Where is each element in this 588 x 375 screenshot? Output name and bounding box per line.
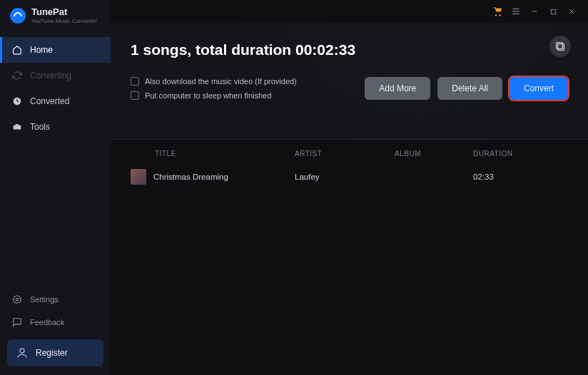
sidebar-item-label: Feedback [30,318,64,327]
delete-all-button[interactable]: Delete All [437,77,502,100]
menu-icon[interactable] [510,5,522,18]
register-button[interactable]: Register [7,339,103,366]
titlebar [111,0,588,23]
cart-icon[interactable] [491,5,504,18]
sidebar-item-home[interactable]: Home [0,37,111,63]
gear-icon [11,294,23,305]
track-title: Christmas Dreaming [153,173,228,181]
svg-point-3 [16,298,19,301]
table-row[interactable]: Christmas Dreaming Laufey 02:33 [111,165,588,189]
sidebar-item-label: Home [30,45,53,55]
col-duration: DURATION [473,150,530,158]
sidebar-item-settings[interactable]: Settings [0,288,111,311]
add-more-button[interactable]: Add More [365,77,430,100]
svg-rect-2 [16,124,19,125]
checkbox-icon [131,91,139,100]
converted-icon [11,96,23,107]
user-icon [16,346,29,359]
sidebar-item-converting[interactable]: Converting [0,63,111,88]
checkbox-icon [131,77,139,86]
queue-icon[interactable] [549,36,571,57]
svg-rect-1 [14,125,21,130]
logo-icon [10,8,26,24]
col-title: TITLE [131,150,295,158]
sidebar-item-feedback[interactable]: Feedback [0,311,111,334]
sidebar-item-label: Tools [30,122,50,132]
close-button[interactable] [565,5,578,18]
tools-icon [11,121,23,133]
checkbox-label: Also download the music video (If provid… [145,77,297,86]
feedback-icon [11,317,23,328]
app-logo: TunePat YouTube Music Converter [0,0,111,30]
sidebar-item-label: Settings [30,295,59,304]
track-artist: Laufey [295,173,395,181]
app-subtitle: YouTube Music Converter [31,18,97,24]
svg-point-4 [14,296,21,304]
track-duration: 02:33 [473,173,530,181]
svg-point-5 [20,349,24,353]
col-artist: ARTIST [295,150,395,158]
home-icon [11,44,23,56]
sidebar-item-tools[interactable]: Tools [0,114,111,140]
checkbox-sleep[interactable]: Put computer to sleep when finished [131,91,297,100]
convert-button[interactable]: Convert [510,77,568,100]
sidebar-item-converted[interactable]: Converted [0,88,111,114]
app-name: TunePat [31,7,97,16]
svg-rect-10 [551,9,555,14]
sidebar-item-label: Converting [30,71,71,81]
maximize-button[interactable] [547,5,559,18]
svg-rect-13 [558,44,564,51]
sidebar-item-label: Converted [30,96,69,106]
track-thumbnail [131,169,146,185]
converting-icon [11,70,23,81]
minimize-button[interactable] [528,5,541,18]
checkbox-download-video[interactable]: Also download the music video (If provid… [131,77,297,86]
svg-rect-14 [557,43,563,49]
checkbox-label: Put computer to sleep when finished [145,91,271,100]
page-title: 1 songs, total duration 00:02:33 [131,23,568,58]
register-label: Register [36,348,68,358]
table-header: TITLE ARTIST ALBUM DURATION [111,140,588,165]
col-album: ALBUM [395,150,473,158]
